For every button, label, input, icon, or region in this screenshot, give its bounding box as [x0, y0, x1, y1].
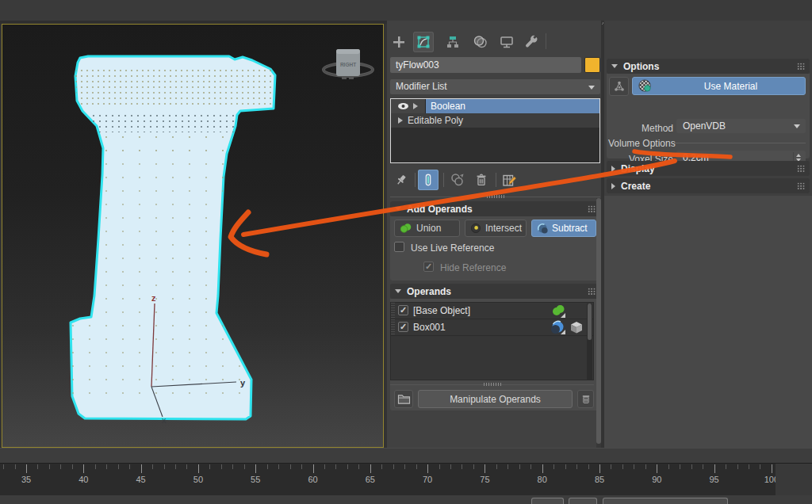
- rollout-header-options[interactable]: Options: [607, 59, 810, 74]
- ruler-frame-label: 50: [182, 475, 214, 484]
- list-resize-divider[interactable]: [390, 384, 594, 385]
- track-bar[interactable]: [0, 448, 812, 463]
- subtract-button[interactable]: Subtract: [531, 220, 596, 237]
- stack-row-controls[interactable]: [391, 99, 426, 113]
- rollout-closed-icon: [611, 166, 615, 172]
- tab-modify[interactable]: [413, 32, 434, 52]
- ruler-tick: [221, 464, 222, 469]
- ruler-tick: [737, 464, 738, 469]
- modifier-list-label: Modifier List: [396, 81, 447, 92]
- rollout-drag-handle-icon[interactable]: [797, 182, 805, 189]
- rollout-closed-icon: [611, 183, 615, 189]
- ruler-tick: [760, 464, 760, 469]
- operand-checkbox-0[interactable]: [398, 305, 408, 315]
- rollout-title: Display: [621, 163, 655, 174]
- ruler-tick: [37, 464, 38, 469]
- rollout-header-display[interactable]: Display: [607, 161, 810, 176]
- operands-scrollbar[interactable]: [587, 304, 592, 380]
- operand-label: Box001: [413, 322, 446, 333]
- motion-icon: [473, 34, 488, 50]
- expand-arrow-icon[interactable]: [413, 103, 418, 109]
- delete-operand-button[interactable]: [577, 390, 594, 408]
- tab-motion[interactable]: [470, 32, 491, 52]
- ruler-tick: [255, 464, 256, 473]
- ruler-frame-label: 75: [469, 475, 500, 484]
- subtract-mode-icon[interactable]: [550, 319, 566, 335]
- object-name-field[interactable]: tyFlow003: [390, 57, 581, 73]
- row-drag-handle[interactable]: [391, 303, 395, 319]
- intersect-button[interactable]: Intersect: [465, 220, 527, 237]
- open-operand-file-button[interactable]: [394, 390, 413, 408]
- timeline-ruler[interactable]: 35404550556065707580859095100: [0, 463, 776, 495]
- remove-modifier-button[interactable]: [471, 170, 492, 190]
- command-panel-scrollbar[interactable]: [596, 198, 601, 448]
- ruler-frame-label: 55: [239, 475, 271, 484]
- operand-row-box001[interactable]: Box001: [391, 319, 593, 336]
- modifier-list-dropdown[interactable]: Modifier List: [390, 79, 600, 94]
- ruler-tick: [714, 464, 715, 473]
- box-geometry-icon[interactable]: [569, 320, 584, 334]
- pin-stack-button[interactable]: [391, 170, 412, 190]
- show-end-result-button[interactable]: [418, 170, 439, 190]
- rollout-drag-handle-icon[interactable]: [797, 63, 805, 70]
- union-button[interactable]: Union: [394, 220, 460, 237]
- eye-icon[interactable]: [397, 102, 409, 110]
- stack-row-editable-poly[interactable]: Editable Poly: [391, 113, 599, 128]
- ruler-tick: [3, 464, 4, 469]
- tab-create[interactable]: [389, 32, 409, 52]
- viewport[interactable]: z y x RIGHT: [2, 24, 384, 448]
- modifier-stack: Boolean Editable Poly: [390, 98, 600, 163]
- operand-display-mode-button[interactable]: [609, 77, 629, 96]
- ruler-tick: [290, 464, 291, 469]
- status-field[interactable]: [531, 498, 564, 504]
- ruler-frame-label: 90: [641, 475, 672, 484]
- tab-hierarchy[interactable]: [442, 32, 463, 52]
- rollout-drag-handle-icon[interactable]: [588, 288, 596, 295]
- ruler-tick: [427, 464, 428, 473]
- method-label: Method: [608, 123, 673, 134]
- object-color-swatch[interactable]: [584, 57, 600, 73]
- stack-row-boolean[interactable]: Boolean: [391, 99, 599, 113]
- rollout-header-operands[interactable]: Operands: [390, 284, 600, 299]
- ruler-tick: [324, 464, 325, 469]
- ruler-tick: [26, 464, 27, 473]
- configure-modifier-sets-button[interactable]: [499, 170, 519, 190]
- ruler-tick: [496, 464, 497, 469]
- ruler-tick: [129, 464, 130, 469]
- method-value: OpenVDB: [683, 120, 726, 132]
- rollout-body-options: Use Material Method OpenVDB Volume Optio…: [607, 74, 810, 158]
- intersect-label: Intersect: [485, 223, 522, 234]
- row-drag-handle[interactable]: [391, 319, 395, 335]
- spinner-up-icon[interactable]: [796, 154, 801, 157]
- rollout-drag-handle-icon[interactable]: [797, 165, 805, 172]
- hide-reference-checkbox[interactable]: [423, 262, 434, 272]
- tab-display[interactable]: [496, 32, 517, 52]
- manipulate-operands-button[interactable]: Manipulate Operands: [418, 390, 573, 408]
- subtract-label: Subtract: [552, 223, 588, 234]
- ruler-tick: [634, 464, 634, 469]
- use-material-label: Use Material: [657, 81, 805, 92]
- make-unique-button[interactable]: [447, 170, 468, 190]
- ruler-tick: [588, 464, 589, 469]
- ruler-tick: [726, 464, 726, 469]
- ruler-tick: [416, 464, 417, 469]
- boolean-result-object[interactable]: [71, 56, 275, 419]
- use-material-button[interactable]: Use Material: [632, 77, 806, 95]
- rollout-drag-handle-icon[interactable]: [588, 205, 596, 212]
- rollout-header-add-operands[interactable]: Add Operands: [390, 201, 600, 216]
- method-dropdown[interactable]: OpenVDB: [676, 119, 806, 133]
- rollout-divider[interactable]: [390, 197, 600, 197]
- viewcube[interactable]: RIGHT: [324, 49, 373, 79]
- tab-utilities[interactable]: [522, 32, 542, 52]
- status-field[interactable]: [569, 498, 597, 504]
- union-mode-icon[interactable]: [550, 303, 566, 319]
- ruler-frame-label: 45: [125, 475, 157, 484]
- ruler-tick: [530, 464, 531, 469]
- operand-row-base-object[interactable]: [Base Object]: [391, 303, 593, 319]
- operand-checkbox-1[interactable]: [398, 322, 408, 332]
- use-live-reference-checkbox[interactable]: [394, 242, 404, 252]
- ruler-tick: [611, 464, 611, 469]
- ruler-tick: [83, 464, 84, 473]
- rollout-header-create[interactable]: Create: [607, 178, 810, 193]
- status-field[interactable]: [603, 498, 728, 504]
